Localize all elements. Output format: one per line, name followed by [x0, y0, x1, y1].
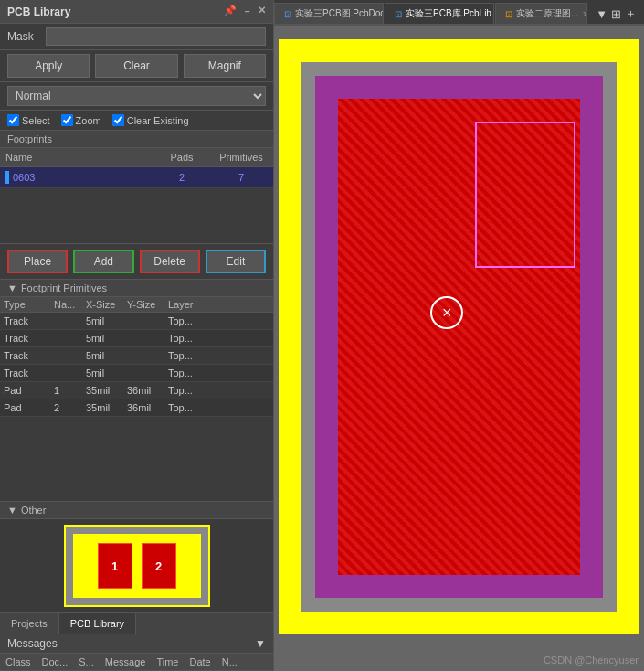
td-name-value: 0603 — [13, 172, 35, 183]
prim-row[interactable]: Track 5mil Top... — [0, 313, 273, 330]
ptd-ysize: 36mil — [123, 383, 164, 398]
td-primitives: 7 — [209, 170, 273, 185]
footprints-section-header: Footprints — [0, 131, 273, 148]
collapse-arrow-icon[interactable]: ▼ — [7, 282, 17, 293]
pth-xsize: X-Size — [82, 297, 123, 312]
ptd-xsize: 5mil — [82, 314, 123, 328]
tab-toolbar-icons: ▼ ⊞ ＋ — [588, 4, 644, 24]
pcb-crosshair-area: × — [430, 296, 463, 329]
pth-ysize: Y-Size — [123, 297, 164, 312]
zoom-checkbox[interactable] — [61, 114, 73, 126]
normal-row: Normal — [0, 82, 273, 111]
prim-row[interactable]: Pad 2 35mil 36mil Top... — [0, 399, 273, 417]
tab-pcb-library-label: PCB Library — [70, 618, 124, 629]
th-primitives: Primitives — [209, 150, 273, 165]
watermark: CSDN @Chencyuser — [544, 655, 639, 666]
footprint-row[interactable]: 0603 2 7 — [0, 167, 273, 188]
magnif-button[interactable]: Magnif — [184, 54, 266, 78]
pad-1-label: 1 — [111, 559, 118, 573]
messages-columns: Class Doc... S... Message Time Date N... — [0, 654, 273, 671]
ptd-xsize: 35mil — [82, 383, 123, 398]
tab-pcb-library[interactable]: PCB Library — [59, 613, 136, 634]
mask-input[interactable] — [46, 27, 266, 46]
pcb-target-circle: × — [430, 296, 463, 329]
3d-icon[interactable]: ⊞ — [611, 7, 621, 21]
select-checkbox[interactable] — [7, 114, 19, 126]
pth-type: Type — [0, 297, 50, 312]
pcb-canvas[interactable]: × CSDN @Chencyuser — [274, 26, 644, 671]
ptd-ysize: 36mil — [123, 400, 164, 415]
pad-1: 1 — [98, 543, 132, 589]
panel-title-label: PCB Library — [7, 5, 70, 18]
tab-projects[interactable]: Projects — [0, 613, 59, 634]
other-section-header: ▼ Other — [0, 502, 273, 519]
edit-button[interactable]: Edit — [206, 250, 266, 273]
tab-schematic-label: 实验二原理图... — [516, 7, 578, 20]
th-name: Name — [0, 150, 154, 165]
footprints-table-header: Name Pads Primitives — [0, 148, 273, 167]
place-button[interactable]: Place — [7, 250, 68, 273]
ptd-type: Track — [0, 314, 50, 328]
select-checkbox-item: Select — [7, 114, 50, 126]
panel-title-icons: 📌 － ✕ — [224, 5, 266, 18]
ptd-ysize — [123, 336, 164, 340]
primitives-table-header: Type Na... X-Size Y-Size Layer — [0, 297, 273, 313]
close-icon[interactable]: ✕ — [258, 5, 266, 18]
ptd-name — [50, 371, 82, 375]
left-panel: PCB Library 📌 － ✕ Mask Apply Clear Magni… — [0, 0, 274, 671]
other-preview: 1 2 — [0, 519, 273, 612]
checkboxes-row: Select Zoom Clear Existing — [0, 111, 273, 131]
tab-schematic-close[interactable]: ✕ — [582, 9, 587, 19]
tab-projects-label: Projects — [11, 618, 48, 629]
add-button[interactable]: Add — [73, 250, 133, 273]
prim-row[interactable]: Track 5mil Top... — [0, 347, 273, 365]
normal-select[interactable]: Normal — [7, 86, 266, 106]
ptd-xsize: 5mil — [82, 366, 123, 380]
add-tab-icon[interactable]: ＋ — [625, 5, 637, 22]
primitives-header-label: Footprint Primitives — [21, 282, 107, 293]
tab-pcblib[interactable]: ⊡ 实验三PCB库.PcbLib ✕ — [385, 3, 494, 24]
ptd-xsize: 5mil — [82, 331, 123, 346]
minimize-icon[interactable]: － — [242, 5, 252, 18]
ptd-name: 1 — [50, 383, 82, 398]
ptd-xsize: 35mil — [82, 400, 123, 415]
bottom-tabs: Projects PCB Library — [0, 612, 273, 634]
panel-title-bar: PCB Library 📌 － ✕ — [0, 0, 273, 24]
tab-schematic[interactable]: ⊡ 实验二原理图... ✕ — [495, 3, 587, 24]
ptd-layer: Top... — [164, 383, 273, 398]
messages-expand-icon[interactable]: ▼ — [255, 637, 266, 650]
pcb-red-area: × — [338, 99, 580, 575]
delete-button[interactable]: Delete — [140, 250, 200, 273]
other-collapse-icon[interactable]: ▼ — [7, 505, 17, 516]
tab-pcbdoc[interactable]: ⊡ 实验三PCB图.PcbDoc ✕ — [274, 3, 384, 24]
msg-col-date: Date — [184, 655, 216, 668]
right-panel: ⊡ 实验三PCB图.PcbDoc ✕ ⊡ 实验三PCB库.PcbLib ✕ ⊡ … — [274, 0, 644, 671]
clear-existing-checkbox-item: Clear Existing — [112, 114, 189, 126]
ptd-type: Pad — [0, 400, 50, 415]
prim-row[interactable]: Track 5mil Top... — [0, 330, 273, 347]
pad-2-label: 2 — [155, 559, 162, 573]
ptd-name: 2 — [50, 400, 82, 415]
mask-label: Mask — [7, 30, 40, 43]
clear-existing-label: Clear Existing — [127, 115, 189, 126]
th-pads: Pads — [154, 150, 209, 165]
ptd-type: Track — [0, 366, 50, 380]
clear-button[interactable]: Clear — [95, 54, 177, 78]
ptd-ysize — [123, 354, 164, 357]
tab-pcblib-icon: ⊡ — [395, 9, 402, 19]
prim-row[interactable]: Track 5mil Top... — [0, 365, 273, 382]
row-indicator — [5, 171, 9, 184]
tab-pcbdoc-label: 实验三PCB图.PcbDoc — [295, 7, 384, 20]
pcb-gray-area: × — [301, 62, 617, 612]
push-pin-icon[interactable]: 📌 — [224, 5, 237, 18]
msg-col-doc: Doc... — [37, 655, 74, 668]
filter-icon[interactable]: ▼ — [596, 7, 607, 21]
ptd-ysize — [123, 319, 164, 323]
apply-button[interactable]: Apply — [7, 54, 90, 78]
td-pads: 2 — [154, 170, 209, 185]
prim-row[interactable]: Pad 1 35mil 36mil Top... — [0, 382, 273, 399]
pth-layer: Layer — [164, 297, 273, 312]
primitives-section: ▼ Footprint Primitives Type Na... X-Size… — [0, 280, 273, 501]
clear-existing-checkbox[interactable] — [112, 114, 124, 126]
ptd-xsize: 5mil — [82, 348, 123, 363]
